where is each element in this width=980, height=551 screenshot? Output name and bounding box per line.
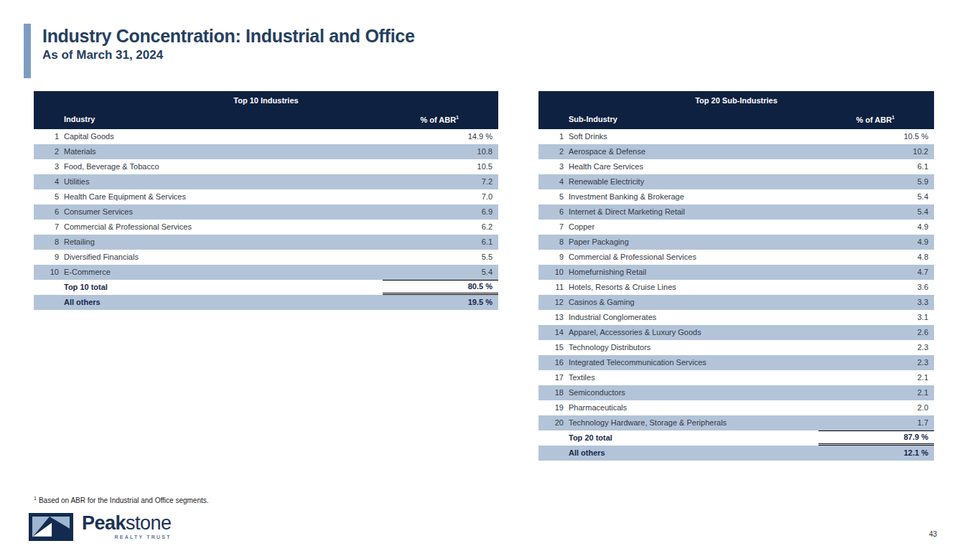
others-value: 12.1 % (818, 446, 934, 461)
table-row: 13Industrial Conglomerates3.1 (538, 310, 934, 325)
table-row: 3Food, Beverage & Tobacco10.5 (34, 159, 498, 174)
title-block: Industry Concentration: Industrial and O… (42, 24, 414, 78)
row-rank: 6 (538, 204, 569, 220)
row-value: 1.7 (818, 415, 934, 430)
page-title: Industry Concentration: Industrial and O… (42, 26, 414, 47)
table-row: 4Renewable Electricity5.9 (538, 174, 934, 189)
row-value: 7.2 (383, 174, 498, 189)
table-row: 14Apparel, Accessories & Luxury Goods2.6 (538, 325, 934, 340)
table-row: 8Retailing6.1 (34, 235, 498, 250)
table-row: 8Paper Packaging4.9 (538, 235, 934, 250)
logo-text: Peakstone REALTY TRUST (82, 513, 172, 540)
logo-tagline: REALTY TRUST (82, 534, 172, 540)
row-name: Semiconductors (569, 385, 818, 400)
table-row: 20Technology Hardware, Storage & Periphe… (538, 415, 934, 430)
others-label: All others (64, 295, 383, 310)
page-number: 43 (929, 530, 937, 538)
total-row: Top 10 total80.5 % (34, 280, 498, 295)
row-value: 2.0 (818, 400, 934, 415)
peakstone-logo: Peakstone REALTY TRUST (29, 513, 172, 541)
row-rank: 19 (538, 400, 569, 415)
row-name: Retailing (64, 235, 383, 250)
row-rank (538, 446, 569, 461)
table-row: 11Hotels, Resorts & Cruise Lines3.6 (538, 280, 934, 295)
row-value: 5.5 (383, 250, 498, 265)
row-value: 10.8 (383, 144, 498, 159)
table-column-headers: Industry% of ABR1 (34, 115, 498, 129)
row-name: Renewable Electricity (569, 174, 818, 189)
row-name: Industrial Conglomerates (569, 310, 818, 325)
row-value: 2.3 (818, 355, 934, 370)
footnote-text: Based on ABR for the Industrial and Offi… (39, 496, 209, 504)
table-header: Top 20 Sub-IndustriesSub-Industry% of AB… (538, 91, 934, 129)
row-name: Utilities (64, 174, 383, 189)
row-name: Aerospace & Defense (569, 144, 818, 159)
others-value: 19.5 % (383, 295, 498, 310)
others-row: All others12.1 % (538, 446, 934, 461)
row-name: Investment Banking & Brokerage (569, 189, 818, 204)
table-row: 6Consumer Services6.9 (34, 204, 498, 220)
row-value: 10.5 (383, 159, 498, 174)
total-label: Top 20 total (569, 430, 818, 446)
table-row: 5Health Care Equipment & Services7.0 (34, 189, 498, 204)
column-header-value-label: % of ABR (856, 116, 892, 124)
row-value: 2.1 (818, 385, 934, 400)
row-rank: 18 (538, 385, 569, 400)
row-rank: 2 (34, 144, 64, 159)
others-label: All others (569, 446, 818, 461)
row-rank: 6 (34, 204, 64, 220)
table-row: 3Health Care Services6.1 (538, 159, 934, 174)
row-rank (34, 295, 64, 310)
total-row: Top 20 total87.9 % (538, 430, 934, 446)
row-rank: 4 (34, 174, 64, 189)
row-value: 6.1 (818, 159, 934, 174)
slide: Industry Concentration: Industrial and O… (0, 0, 980, 551)
row-name: Integrated Telecommunication Services (569, 355, 818, 370)
row-name: Consumer Services (64, 204, 383, 220)
others-row: All others19.5 % (34, 295, 498, 310)
title-accent-bar (24, 24, 31, 78)
row-rank: 14 (538, 325, 569, 340)
row-name: Commercial & Professional Services (64, 220, 383, 235)
row-rank: 7 (538, 220, 569, 235)
row-rank: 17 (538, 370, 569, 385)
column-header-value: % of ABR1 (420, 115, 459, 124)
row-rank: 3 (34, 159, 64, 174)
row-name: Technology Distributors (569, 340, 818, 355)
row-rank: 20 (538, 415, 569, 430)
row-value: 2.3 (818, 340, 934, 355)
row-value: 4.9 (818, 220, 934, 235)
row-rank: 2 (538, 144, 569, 159)
total-value: 87.9 % (818, 430, 934, 446)
table-row: 1Soft Drinks10.5 % (538, 129, 934, 144)
row-rank: 5 (34, 189, 64, 204)
row-name: Hotels, Resorts & Cruise Lines (569, 280, 818, 295)
row-rank: 10 (538, 265, 569, 280)
row-rank: 1 (538, 129, 569, 144)
total-label: Top 10 total (64, 280, 383, 295)
logo-wordmark: Peakstone (82, 513, 172, 534)
row-name: Casinos & Gaming (569, 295, 818, 310)
footnote-ref: 1 (34, 496, 37, 501)
row-name: Health Care Services (569, 159, 818, 174)
table-title: Top 10 Industries (34, 91, 498, 105)
footnote: 1Based on ABR for the Industrial and Off… (34, 496, 209, 504)
table-column-headers: Sub-Industry% of ABR1 (538, 115, 934, 129)
row-name: Capital Goods (64, 129, 383, 144)
row-name: Internet & Direct Marketing Retail (569, 204, 818, 220)
table-row: 19Pharmaceuticals2.0 (538, 400, 934, 415)
row-rank: 8 (538, 235, 569, 250)
row-name: Health Care Equipment & Services (64, 189, 383, 204)
table-row: 7Copper4.9 (538, 220, 934, 235)
peakstone-logo-icon (29, 513, 73, 541)
row-value: 4.8 (818, 250, 934, 265)
row-value: 5.9 (818, 174, 934, 189)
table-row: 5Investment Banking & Brokerage5.4 (538, 189, 934, 204)
table-row: 2Materials10.8 (34, 144, 498, 159)
table-row: 12Casinos & Gaming3.3 (538, 295, 934, 310)
page-subtitle: As of March 31, 2024 (42, 47, 414, 63)
table-row: 17Textiles2.1 (538, 370, 934, 385)
table-row: 9Commercial & Professional Services4.8 (538, 250, 934, 265)
row-name: Soft Drinks (569, 129, 818, 144)
logo-word-light: stone (126, 512, 172, 534)
